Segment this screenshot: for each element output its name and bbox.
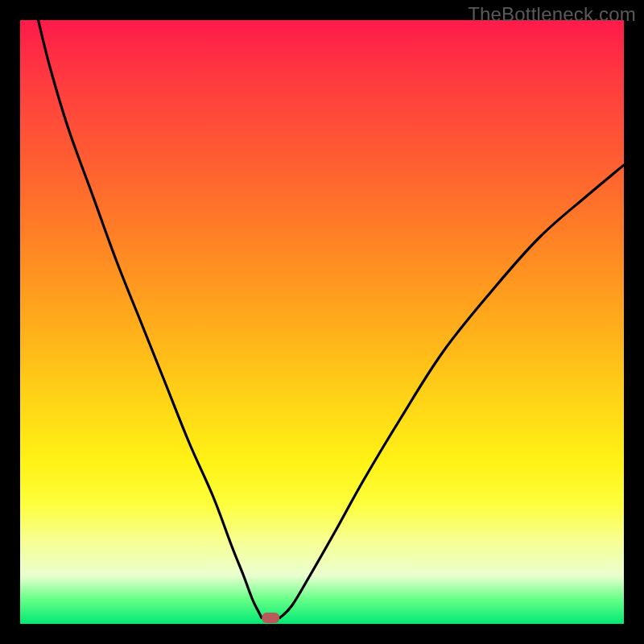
watermark-text: TheBottleneck.com <box>468 3 636 26</box>
chart-frame: TheBottleneck.com <box>0 0 644 644</box>
optimum-marker <box>262 613 279 623</box>
plot-area <box>20 20 624 624</box>
curve-path <box>39 20 625 618</box>
bottleneck-curve <box>20 20 624 624</box>
